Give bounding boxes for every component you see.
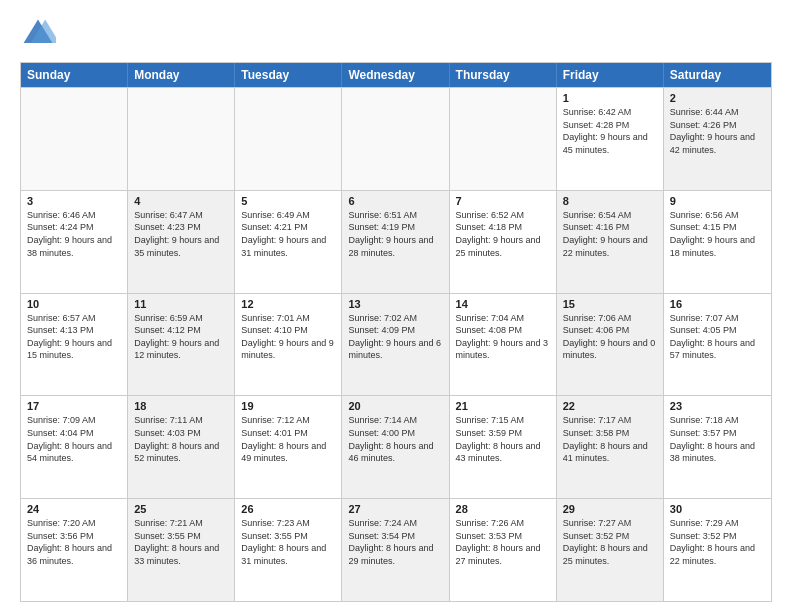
day-info: Sunrise: 7:27 AM Sunset: 3:52 PM Dayligh… [563, 517, 657, 567]
calendar-cell: 11Sunrise: 6:59 AM Sunset: 4:12 PM Dayli… [128, 294, 235, 396]
calendar-cell: 9Sunrise: 6:56 AM Sunset: 4:15 PM Daylig… [664, 191, 771, 293]
day-info: Sunrise: 6:52 AM Sunset: 4:18 PM Dayligh… [456, 209, 550, 259]
calendar-cell [450, 88, 557, 190]
calendar-cell: 22Sunrise: 7:17 AM Sunset: 3:58 PM Dayli… [557, 396, 664, 498]
calendar-cell: 20Sunrise: 7:14 AM Sunset: 4:00 PM Dayli… [342, 396, 449, 498]
day-info: Sunrise: 7:26 AM Sunset: 3:53 PM Dayligh… [456, 517, 550, 567]
calendar-cell: 10Sunrise: 6:57 AM Sunset: 4:13 PM Dayli… [21, 294, 128, 396]
calendar-cell: 30Sunrise: 7:29 AM Sunset: 3:52 PM Dayli… [664, 499, 771, 601]
day-info: Sunrise: 7:18 AM Sunset: 3:57 PM Dayligh… [670, 414, 765, 464]
calendar-header: SundayMondayTuesdayWednesdayThursdayFrid… [21, 63, 771, 87]
calendar-row-1: 1Sunrise: 6:42 AM Sunset: 4:28 PM Daylig… [21, 87, 771, 190]
calendar-cell: 26Sunrise: 7:23 AM Sunset: 3:55 PM Dayli… [235, 499, 342, 601]
day-number: 10 [27, 298, 121, 310]
day-number: 5 [241, 195, 335, 207]
day-number: 20 [348, 400, 442, 412]
calendar-cell: 24Sunrise: 7:20 AM Sunset: 3:56 PM Dayli… [21, 499, 128, 601]
calendar-cell: 29Sunrise: 7:27 AM Sunset: 3:52 PM Dayli… [557, 499, 664, 601]
day-info: Sunrise: 7:15 AM Sunset: 3:59 PM Dayligh… [456, 414, 550, 464]
day-info: Sunrise: 7:23 AM Sunset: 3:55 PM Dayligh… [241, 517, 335, 567]
day-number: 15 [563, 298, 657, 310]
day-number: 24 [27, 503, 121, 515]
day-number: 7 [456, 195, 550, 207]
day-info: Sunrise: 6:57 AM Sunset: 4:13 PM Dayligh… [27, 312, 121, 362]
calendar-cell: 16Sunrise: 7:07 AM Sunset: 4:05 PM Dayli… [664, 294, 771, 396]
day-info: Sunrise: 7:17 AM Sunset: 3:58 PM Dayligh… [563, 414, 657, 464]
day-number: 29 [563, 503, 657, 515]
header-day-thursday: Thursday [450, 63, 557, 87]
day-info: Sunrise: 7:02 AM Sunset: 4:09 PM Dayligh… [348, 312, 442, 362]
header-day-monday: Monday [128, 63, 235, 87]
calendar-row-4: 17Sunrise: 7:09 AM Sunset: 4:04 PM Dayli… [21, 395, 771, 498]
day-number: 4 [134, 195, 228, 207]
page: SundayMondayTuesdayWednesdayThursdayFrid… [0, 0, 792, 612]
calendar-cell [21, 88, 128, 190]
calendar-cell: 2Sunrise: 6:44 AM Sunset: 4:26 PM Daylig… [664, 88, 771, 190]
day-info: Sunrise: 6:47 AM Sunset: 4:23 PM Dayligh… [134, 209, 228, 259]
day-number: 11 [134, 298, 228, 310]
calendar-cell: 6Sunrise: 6:51 AM Sunset: 4:19 PM Daylig… [342, 191, 449, 293]
calendar-cell: 12Sunrise: 7:01 AM Sunset: 4:10 PM Dayli… [235, 294, 342, 396]
calendar-cell: 8Sunrise: 6:54 AM Sunset: 4:16 PM Daylig… [557, 191, 664, 293]
day-number: 17 [27, 400, 121, 412]
calendar-cell [128, 88, 235, 190]
day-info: Sunrise: 7:14 AM Sunset: 4:00 PM Dayligh… [348, 414, 442, 464]
calendar-cell: 19Sunrise: 7:12 AM Sunset: 4:01 PM Dayli… [235, 396, 342, 498]
day-info: Sunrise: 7:06 AM Sunset: 4:06 PM Dayligh… [563, 312, 657, 362]
day-info: Sunrise: 7:12 AM Sunset: 4:01 PM Dayligh… [241, 414, 335, 464]
day-number: 21 [456, 400, 550, 412]
calendar-row-2: 3Sunrise: 6:46 AM Sunset: 4:24 PM Daylig… [21, 190, 771, 293]
day-info: Sunrise: 7:21 AM Sunset: 3:55 PM Dayligh… [134, 517, 228, 567]
day-number: 2 [670, 92, 765, 104]
calendar-cell: 5Sunrise: 6:49 AM Sunset: 4:21 PM Daylig… [235, 191, 342, 293]
calendar-cell: 3Sunrise: 6:46 AM Sunset: 4:24 PM Daylig… [21, 191, 128, 293]
day-number: 8 [563, 195, 657, 207]
day-info: Sunrise: 7:29 AM Sunset: 3:52 PM Dayligh… [670, 517, 765, 567]
day-info: Sunrise: 7:11 AM Sunset: 4:03 PM Dayligh… [134, 414, 228, 464]
day-number: 19 [241, 400, 335, 412]
calendar-cell: 4Sunrise: 6:47 AM Sunset: 4:23 PM Daylig… [128, 191, 235, 293]
calendar-cell [342, 88, 449, 190]
logo [20, 16, 60, 52]
day-info: Sunrise: 6:56 AM Sunset: 4:15 PM Dayligh… [670, 209, 765, 259]
day-number: 3 [27, 195, 121, 207]
calendar: SundayMondayTuesdayWednesdayThursdayFrid… [20, 62, 772, 602]
day-number: 22 [563, 400, 657, 412]
calendar-cell: 25Sunrise: 7:21 AM Sunset: 3:55 PM Dayli… [128, 499, 235, 601]
day-number: 14 [456, 298, 550, 310]
header-day-sunday: Sunday [21, 63, 128, 87]
calendar-cell: 7Sunrise: 6:52 AM Sunset: 4:18 PM Daylig… [450, 191, 557, 293]
calendar-cell: 15Sunrise: 7:06 AM Sunset: 4:06 PM Dayli… [557, 294, 664, 396]
calendar-cell: 18Sunrise: 7:11 AM Sunset: 4:03 PM Dayli… [128, 396, 235, 498]
day-info: Sunrise: 7:01 AM Sunset: 4:10 PM Dayligh… [241, 312, 335, 362]
header [20, 16, 772, 52]
day-number: 12 [241, 298, 335, 310]
calendar-cell: 17Sunrise: 7:09 AM Sunset: 4:04 PM Dayli… [21, 396, 128, 498]
header-day-tuesday: Tuesday [235, 63, 342, 87]
day-number: 27 [348, 503, 442, 515]
calendar-cell [235, 88, 342, 190]
day-info: Sunrise: 6:46 AM Sunset: 4:24 PM Dayligh… [27, 209, 121, 259]
header-day-friday: Friday [557, 63, 664, 87]
calendar-cell: 27Sunrise: 7:24 AM Sunset: 3:54 PM Dayli… [342, 499, 449, 601]
day-info: Sunrise: 7:04 AM Sunset: 4:08 PM Dayligh… [456, 312, 550, 362]
day-info: Sunrise: 7:24 AM Sunset: 3:54 PM Dayligh… [348, 517, 442, 567]
day-number: 23 [670, 400, 765, 412]
logo-icon [20, 16, 56, 52]
day-info: Sunrise: 6:44 AM Sunset: 4:26 PM Dayligh… [670, 106, 765, 156]
calendar-cell: 23Sunrise: 7:18 AM Sunset: 3:57 PM Dayli… [664, 396, 771, 498]
day-number: 6 [348, 195, 442, 207]
day-info: Sunrise: 7:20 AM Sunset: 3:56 PM Dayligh… [27, 517, 121, 567]
day-info: Sunrise: 7:07 AM Sunset: 4:05 PM Dayligh… [670, 312, 765, 362]
calendar-row-3: 10Sunrise: 6:57 AM Sunset: 4:13 PM Dayli… [21, 293, 771, 396]
day-info: Sunrise: 6:54 AM Sunset: 4:16 PM Dayligh… [563, 209, 657, 259]
calendar-body: 1Sunrise: 6:42 AM Sunset: 4:28 PM Daylig… [21, 87, 771, 601]
day-number: 1 [563, 92, 657, 104]
day-info: Sunrise: 6:59 AM Sunset: 4:12 PM Dayligh… [134, 312, 228, 362]
calendar-cell: 28Sunrise: 7:26 AM Sunset: 3:53 PM Dayli… [450, 499, 557, 601]
calendar-row-5: 24Sunrise: 7:20 AM Sunset: 3:56 PM Dayli… [21, 498, 771, 601]
day-number: 28 [456, 503, 550, 515]
calendar-cell: 14Sunrise: 7:04 AM Sunset: 4:08 PM Dayli… [450, 294, 557, 396]
day-number: 26 [241, 503, 335, 515]
day-info: Sunrise: 7:09 AM Sunset: 4:04 PM Dayligh… [27, 414, 121, 464]
